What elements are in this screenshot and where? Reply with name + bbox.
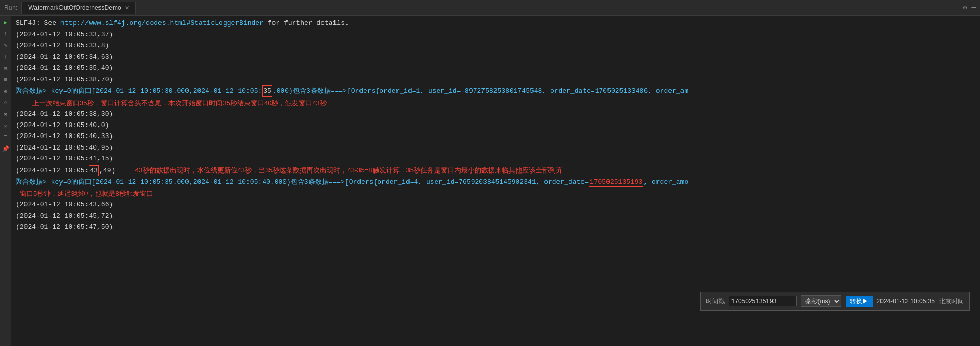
slf4j-suffix: for further details. (268, 19, 349, 27)
log-line-43: (2024-01-12 10:05:43,49) 43秒的数据出现时，水位线更新… (11, 165, 980, 177)
list-item: (2024-01-12 10:05:40,0) (11, 120, 980, 131)
list-item: (2024-01-12 10:05:33,8) (11, 40, 980, 52)
list-item: (2024-01-12 10:05:40,33) (11, 131, 980, 142)
collapse-button[interactable]: ⊟ (1, 64, 10, 73)
highlight-43: 43 (89, 165, 99, 177)
scroll-up-button[interactable]: ↑ (1, 29, 10, 39)
run-label: Run: (4, 4, 17, 11)
list-item: (2024-01-12 10:05:45,72) (11, 211, 980, 222)
lines-button[interactable]: ≡ (1, 75, 10, 84)
annotation-2: 43秒的数据出现时，水位线更新位43秒，当35秒这条数据再次出现时，43-35=… (135, 166, 563, 174)
settings-button[interactable]: ⚙ (1, 86, 10, 96)
edit-button[interactable]: ✎ (1, 41, 10, 50)
left-toolbar: ▶ ↑ ✎ ↓ ⊟ ≡ ⚙ 🖨 ⊡ ✕ ≡ 📌 (0, 16, 11, 346)
highlight-35: 35 (262, 85, 272, 97)
popup-result: 2024-01-12 10:05:35 (877, 298, 935, 305)
toolbar-right: ⚙ — (963, 3, 976, 12)
menu-button[interactable]: ≡ (1, 132, 10, 142)
list-item: (2024-01-12 10:05:40,95) (11, 142, 980, 154)
popup-label: 时间戳 (706, 297, 725, 306)
clear-button[interactable]: ✕ (1, 121, 10, 130)
list-item: (2024-01-12 10:05:38,30) (11, 108, 980, 120)
aggregate-line-1: 聚合数据> key=0的窗口[2024-01-12 10:05:30.000,2… (11, 85, 980, 97)
scroll-down-button[interactable]: ↓ (1, 52, 10, 61)
unit-select[interactable]: 毫秒(ms) 秒(s) (801, 295, 841, 307)
popup-timezone: 北京时间 (939, 297, 964, 306)
timestamp-popup: 时间戳 毫秒(ms) 秒(s) 转换▶ 2024-01-12 10:05:35 … (700, 292, 970, 311)
content-area: SLF4J: See http://www.slf4j.org/codes.ht… (11, 16, 980, 346)
slf4j-prefix: SLF4J: See (16, 19, 60, 27)
list-item: (2024-01-12 10:05:35,40) (11, 63, 980, 74)
print-button[interactable]: 🖨 (1, 98, 10, 107)
gear-icon[interactable]: ⚙ (963, 3, 967, 12)
list-item: (2024-01-12 10:05:33,37) (11, 29, 980, 41)
list-item: (2024-01-12 10:05:43,66) (11, 199, 980, 211)
annotation-1: 上一次结束窗口35秒，窗口计算含头不含尾，本次开始窗口时间35秒结束窗口40秒，… (11, 97, 980, 109)
main-area: ▶ ↑ ✎ ↓ ⊟ ≡ ⚙ 🖨 ⊡ ✕ ≡ 📌 SLF4J: See http:… (0, 16, 980, 346)
log-line-annotation2: 窗口5秒钟，延迟3秒钟，也就是8秒触发窗口 (11, 188, 980, 200)
annotation-3: 窗口5秒钟，延迟3秒钟，也就是8秒触发窗口 (16, 189, 153, 199)
pin-button[interactable]: 📌 (1, 144, 10, 153)
highlight-timestamp: 1705025135193 (589, 178, 643, 187)
tab-name: WatermarkOutOfOrdernessDemo (28, 4, 121, 11)
convert-button[interactable]: 转换▶ (846, 296, 873, 307)
list-item: (2024-01-12 10:05:34,63) (11, 52, 980, 63)
log-line-slf4j: SLF4J: See http://www.slf4j.org/codes.ht… (11, 18, 980, 29)
timestamp-input[interactable] (729, 296, 797, 306)
panel-button[interactable]: ⊡ (1, 109, 10, 119)
run-tab[interactable]: WatermarkOutOfOrdernessDemo ✕ (21, 2, 135, 14)
run-button[interactable]: ▶ (1, 18, 10, 27)
top-bar: Run: WatermarkOutOfOrdernessDemo ✕ ⚙ — (0, 0, 980, 16)
list-item: (2024-01-12 10:05:38,70) (11, 74, 980, 85)
slf4j-link[interactable]: http://www.slf4j.org/codes.html#StaticLo… (60, 19, 264, 27)
list-item: (2024-01-12 10:05:41,15) (11, 153, 980, 165)
aggregate-line-2: 聚合数据> key=0的窗口[2024-01-12 10:05:35.000,2… (11, 177, 980, 188)
list-item: (2024-01-12 10:05:47,50) (11, 221, 980, 233)
close-icon[interactable]: ✕ (125, 5, 129, 11)
minimize-icon[interactable]: — (972, 3, 976, 12)
